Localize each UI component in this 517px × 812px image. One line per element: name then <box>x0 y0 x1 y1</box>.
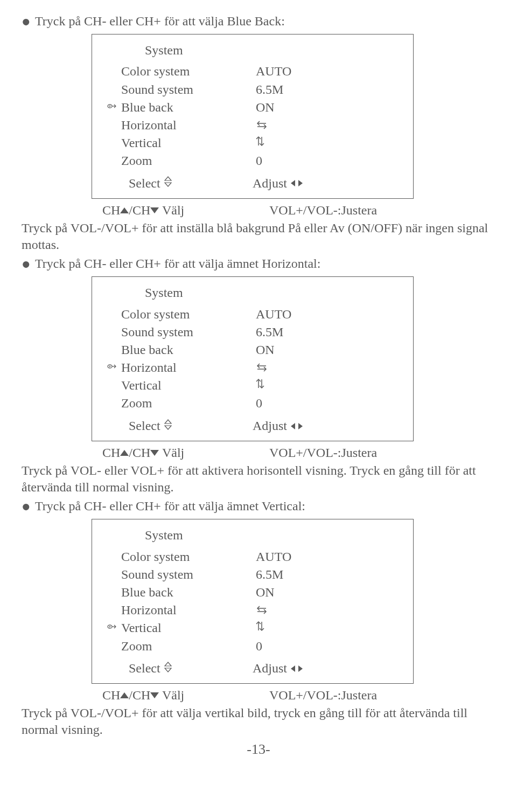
updown-icon <box>164 660 172 677</box>
svg-marker-34 <box>291 665 295 672</box>
menu-item-value <box>256 602 268 619</box>
menu-item: Horizontal <box>107 359 398 376</box>
svg-marker-35 <box>298 665 303 672</box>
menu-footer: Select Adjust <box>129 175 398 193</box>
svg-marker-21 <box>165 426 171 429</box>
menu-title: System <box>145 284 398 301</box>
nav-select: CH/CH Välj <box>102 445 269 461</box>
svg-marker-20 <box>165 420 171 424</box>
updown-icon <box>164 418 172 434</box>
menu-item-label: Color system <box>121 306 256 323</box>
menu-item-value <box>256 135 264 151</box>
triangle-down-icon <box>150 692 159 698</box>
menu-item-label: Sound system <box>121 566 256 583</box>
menu-item-label: Vertical <box>121 620 256 636</box>
menu-item-value: ON <box>256 99 275 116</box>
menu-item-label: Horizontal <box>121 359 256 376</box>
svg-marker-10 <box>291 180 295 186</box>
body-text-blue-back: Tryck på VOL-/VOL+ för att inställa blå … <box>22 220 495 253</box>
select-label: Select <box>129 418 253 435</box>
instruction-text: Tryck på CH- eller CH+ för att välja Blu… <box>35 13 285 30</box>
nav-row: CH/CH Välj VOL+/VOL-:Justera <box>102 445 495 461</box>
menu-item: Color systemAUTO <box>107 549 398 565</box>
menu-item-label: Sound system <box>121 324 256 341</box>
svg-marker-9 <box>165 183 171 186</box>
menu-item-value <box>256 620 264 636</box>
menu-item-value: 6.5M <box>256 566 283 583</box>
menu-item: Sound system6.5M <box>107 324 398 341</box>
triangle-down-icon <box>150 207 159 213</box>
menu-item-label: Blue back <box>121 342 256 358</box>
menu-item: Horizontal <box>107 602 398 619</box>
menu-item-label: Zoom <box>121 395 256 412</box>
menu-item-value: 6.5M <box>256 324 283 341</box>
leftright-icon <box>290 660 303 677</box>
adjust-label: Adjust <box>253 175 303 193</box>
instruction-vertical: ● Tryck på CH- eller CH+ för att välja ä… <box>22 498 495 515</box>
menu-item: Blue backON <box>107 99 398 116</box>
menu-item-value <box>256 377 264 394</box>
nav-adjust: VOL+/VOL-:Justera <box>269 202 377 219</box>
menu-item: Zoom0 <box>107 152 398 169</box>
menu-title: System <box>145 527 398 544</box>
instruction-blue-back: ● Tryck på CH- eller CH+ för att välja B… <box>22 13 495 30</box>
menu-title: System <box>145 42 398 59</box>
bullet-icon: ● <box>22 14 31 29</box>
bullet-icon: ● <box>22 499 31 514</box>
nav-adjust: VOL+/VOL-:Justera <box>269 445 377 461</box>
triangle-up-icon <box>120 450 129 456</box>
triangle-up-icon <box>120 207 129 213</box>
select-label: Select <box>129 175 253 193</box>
system-menu-horizontal: System Color systemAUTOSound system6.5MB… <box>92 276 414 441</box>
svg-marker-22 <box>291 423 295 429</box>
menu-item: Sound system6.5M <box>107 566 398 583</box>
menu-item: Blue backON <box>107 342 398 358</box>
menu-item-label: Horizontal <box>121 602 256 619</box>
system-menu-vertical: System Color systemAUTOSound system6.5MB… <box>92 519 414 683</box>
menu-item: Vertical <box>107 620 398 636</box>
nav-select: CH/CH Välj <box>102 202 269 219</box>
adjust-label: Adjust <box>253 660 303 678</box>
menu-item-value: 0 <box>256 638 262 655</box>
menu-item-label: Blue back <box>121 99 256 116</box>
menu-item: Vertical <box>107 135 398 151</box>
page-number: -13- <box>22 740 495 759</box>
menu-item-value <box>256 359 268 376</box>
pointer-icon <box>107 102 121 113</box>
nav-row: CH/CH Välj VOL+/VOL-:Justera <box>102 687 495 704</box>
menu-item-label: Color system <box>121 63 256 80</box>
menu-item-label: Zoom <box>121 638 256 655</box>
nav-row: CH/CH Välj VOL+/VOL-:Justera <box>102 202 495 219</box>
menu-item-label: Vertical <box>121 377 256 394</box>
triangle-up-icon <box>120 692 129 698</box>
updown-icon <box>164 175 172 191</box>
menu-item-value <box>256 117 268 134</box>
menu-item: Color systemAUTO <box>107 306 398 323</box>
menu-item-value: 0 <box>256 395 262 412</box>
menu-item-value: 0 <box>256 152 262 169</box>
menu-footer: Select Adjust <box>129 660 398 678</box>
body-text-horizontal: Tryck på VOL- eller VOL+ för att aktiver… <box>22 462 495 496</box>
select-label: Select <box>129 660 253 678</box>
triangle-down-icon <box>150 450 159 456</box>
instruction-horizontal: ● Tryck på CH- eller CH+ för att välja ä… <box>22 255 495 272</box>
menu-item-value: AUTO <box>256 306 291 323</box>
menu-item-value: ON <box>256 342 275 358</box>
nav-adjust: VOL+/VOL-:Justera <box>269 687 377 704</box>
svg-marker-11 <box>298 180 303 186</box>
system-menu-blue-back: System Color systemAUTOSound system6.5MB… <box>92 34 414 198</box>
bullet-icon: ● <box>22 256 31 272</box>
menu-item: Zoom0 <box>107 638 398 655</box>
instruction-text: Tryck på CH- eller CH+ för att välja ämn… <box>35 498 305 515</box>
svg-marker-8 <box>165 177 171 181</box>
menu-item: Color systemAUTO <box>107 63 398 80</box>
menu-item-value: 6.5M <box>256 81 283 98</box>
svg-marker-33 <box>165 668 171 672</box>
menu-item-label: Color system <box>121 549 256 565</box>
svg-marker-32 <box>165 662 171 666</box>
menu-item-value: ON <box>256 584 275 601</box>
menu-item-label: Blue back <box>121 584 256 601</box>
nav-select: CH/CH Välj <box>102 687 269 704</box>
leftright-icon <box>290 175 303 191</box>
adjust-label: Adjust <box>253 418 303 435</box>
